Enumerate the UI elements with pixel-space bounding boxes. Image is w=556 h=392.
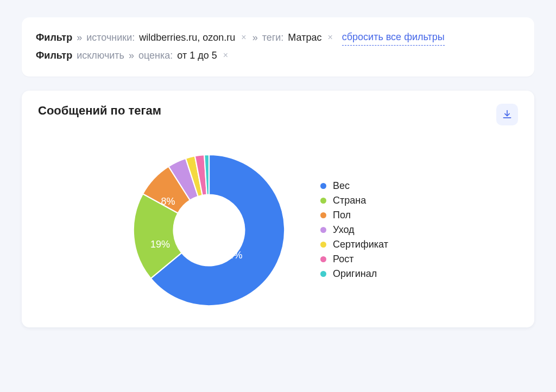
legend-label: Вес (333, 180, 350, 192)
legend-label: Сертификат (333, 239, 388, 250)
filter-rating-label: оценка: (138, 48, 173, 64)
legend-swatch-icon (320, 198, 326, 204)
filters-include-row: Фильтр » источники: wildberries.ru, ozon… (36, 29, 520, 46)
legend-label: Рост (333, 254, 353, 265)
chart-card: Сообщений по тегам 64% 19% 8% ВесСтранаП… (22, 91, 534, 327)
filter-exclude-title: Фильтр (36, 48, 72, 64)
legend-swatch-icon (320, 256, 326, 262)
remove-tags-icon[interactable]: × (326, 30, 334, 45)
legend-label: Пол (333, 210, 351, 221)
remove-rating-icon[interactable]: × (222, 48, 230, 62)
filter-sources-label: источники: (86, 30, 135, 46)
filter-arrow-icon: » (77, 30, 82, 46)
legend-swatch-icon (320, 271, 326, 277)
filter-arrow-icon: » (129, 48, 134, 64)
legend-swatch-icon (320, 212, 326, 218)
legend-item[interactable]: Уход (320, 224, 388, 236)
legend-item[interactable]: Сертификат (320, 239, 388, 250)
filter-sources-value: wildberries.ru, ozon.ru (139, 30, 235, 46)
donut-chart: 64% 19% 8% (130, 151, 288, 309)
remove-sources-icon[interactable]: × (239, 30, 248, 45)
filter-include-title: Фильтр (36, 30, 72, 46)
filter-exclude-suffix: исключить (77, 48, 124, 64)
legend-item[interactable]: Пол (320, 210, 388, 221)
legend-label: Уход (333, 224, 355, 236)
download-icon (502, 109, 513, 120)
legend-label: Оригинал (333, 268, 377, 280)
legend-label: Страна (333, 195, 366, 206)
reset-filters-link[interactable]: сбросить все фильтры (342, 29, 445, 46)
filters-exclude-row: Фильтр исключить » оценка: от 1 до 5 × (36, 48, 520, 64)
legend: ВесСтранаПолУходСертификатРостОригинал (320, 177, 388, 283)
legend-item[interactable]: Оригинал (320, 268, 388, 280)
legend-swatch-icon (320, 242, 326, 248)
download-button[interactable] (496, 104, 518, 125)
filters-card: Фильтр » источники: wildberries.ru, ozon… (22, 17, 534, 77)
legend-item[interactable]: Страна (320, 195, 388, 206)
legend-swatch-icon (320, 227, 326, 233)
filter-arrow-icon: » (252, 30, 258, 46)
filter-rating-value: от 1 до 5 (177, 48, 217, 64)
legend-item[interactable]: Вес (320, 180, 388, 192)
chart-title: Сообщений по тегам (38, 104, 161, 118)
legend-item[interactable]: Рост (320, 254, 388, 265)
filter-tags-value: Матрас (288, 30, 321, 46)
filter-tags-label: теги: (262, 30, 284, 46)
legend-swatch-icon (320, 183, 326, 189)
